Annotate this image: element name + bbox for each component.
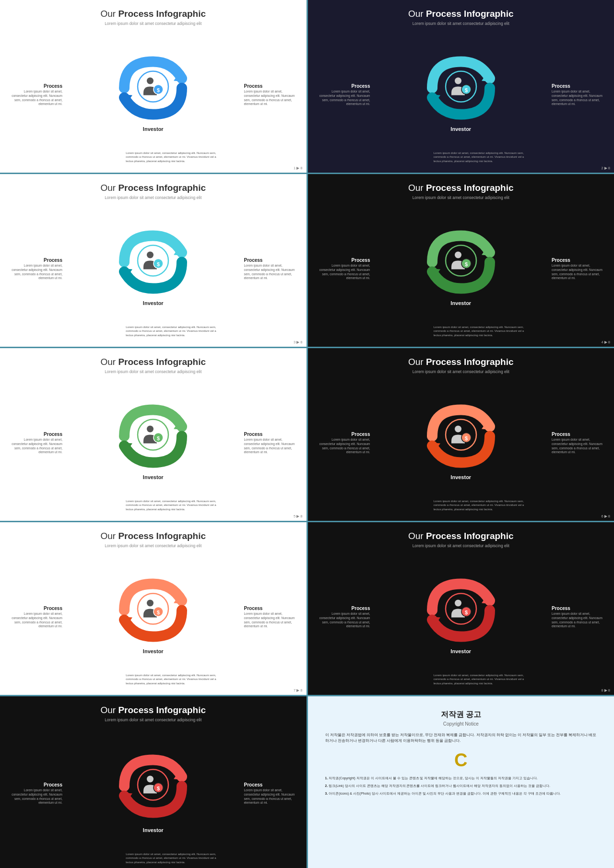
label-right-4: Process Lorem ipsum dolor sit amet, cons… — [552, 258, 604, 281]
investor-label-8: Investor — [450, 648, 471, 654]
slide-6: Our Process Infographic Lorem ipsum dolo… — [308, 348, 614, 521]
left-text-8: Lorem ipsum dolor sit amet, consectetur … — [318, 612, 370, 629]
bottom-desc-6: Lorem ipsum dolor sit amet, consectetur … — [434, 499, 525, 511]
investor-label-6: Investor — [450, 474, 471, 480]
right-text-7: Lorem ipsum dolor sit amet, consectetur … — [244, 612, 297, 629]
svg-point-9 — [455, 77, 461, 84]
slide-3: Our Process Infographic Lorem ipsum dolo… — [0, 174, 307, 347]
slide-subtitle-5: Lorem ipsum dolor sit amet consectetur a… — [105, 369, 201, 374]
svg-text:$: $ — [465, 609, 468, 615]
label-right-1: Process Lorem ipsum dolor sit amet, cons… — [244, 83, 297, 106]
label-left-7: Process Lorem ipsum dolor sit amet, cons… — [10, 606, 62, 629]
right-title-7: Process — [244, 606, 297, 611]
slide-title-8: Our Process Infographic — [408, 531, 514, 541]
right-text-1: Lorem ipsum dolor sit amet, consectetur … — [244, 90, 297, 106]
bottom-desc-7: Lorem ipsum dolor sit amet, consectetur … — [126, 673, 217, 685]
slide-title-5: Our Process Infographic — [100, 357, 206, 367]
label-left-9: Process Lorem ipsum dolor sit amet, cons… — [10, 782, 62, 805]
arrows-svg-8: $ — [406, 574, 516, 646]
arrows-svg-7: $ — [98, 574, 208, 646]
svg-point-44 — [446, 593, 476, 624]
infographic-4: Process Lorem ipsum dolor sit amet, cons… — [313, 203, 610, 342]
slide-title-4: Our Process Infographic — [408, 183, 514, 193]
title-our-9: Our — [100, 705, 118, 715]
investor-label-9: Investor — [143, 827, 164, 833]
label-right-8: Process Lorem ipsum dolor sit amet, cons… — [552, 606, 604, 629]
right-title-3: Process — [244, 258, 297, 263]
slide-title-6: Our Process Infographic — [408, 357, 514, 367]
bottom-desc-4: Lorem ipsum dolor sit amet, consectetur … — [434, 325, 525, 337]
right-text-5: Lorem ipsum dolor sit amet, consectetur … — [244, 438, 297, 455]
label-right-7: Process Lorem ipsum dolor sit amet, cons… — [244, 606, 297, 629]
infographic-5: Process Lorem ipsum dolor sit amet, cons… — [5, 377, 302, 516]
title-process-2: Process Infographic — [426, 9, 514, 19]
label-left-2: Process Lorem ipsum dolor sit amet, cons… — [318, 83, 370, 106]
svg-text:$: $ — [465, 435, 468, 441]
label-left-8: Process Lorem ipsum dolor sit amet, cons… — [318, 606, 370, 629]
svg-point-51 — [147, 776, 154, 783]
investor-label-3: Investor — [143, 300, 164, 306]
bottom-desc-2: Lorem ipsum dolor sit amet, consectetur … — [434, 151, 525, 163]
copyright-section1: 1. 저작권(Copyright) 저작권은 이 사이트에서 볼 수 있는 콘텐… — [325, 775, 597, 781]
label-right-9: Process Lorem ipsum dolor sit amet, cons… — [244, 782, 297, 805]
left-title-8: Process — [318, 606, 370, 611]
svg-point-45 — [455, 599, 461, 606]
left-title-3: Process — [10, 258, 62, 263]
arrows-svg-4: $ — [406, 226, 516, 298]
infographic-9: Process Lorem ipsum dolor sit amet, cons… — [5, 725, 302, 868]
label-left-5: Process Lorem ipsum dolor sit amet, cons… — [10, 432, 62, 455]
svg-text:$: $ — [157, 261, 160, 267]
svg-text:$: $ — [157, 786, 160, 791]
svg-point-39 — [147, 599, 154, 606]
title-process-8: Process Infographic — [426, 531, 514, 541]
label-left-3: Process Lorem ipsum dolor sit amet, cons… — [10, 258, 62, 281]
right-title-4: Process — [552, 258, 604, 263]
right-text-4: Lorem ipsum dolor sit amet, consectetur … — [552, 264, 604, 281]
infographic-3: Process Lorem ipsum dolor sit amet, cons… — [5, 203, 302, 342]
slide-num-5: 5 ▶ 8 — [294, 514, 303, 518]
copyright-logo: C — [454, 750, 467, 771]
slide-9: Our Process Infographic Lorem ipsum dolo… — [0, 696, 307, 868]
title-our-8: Our — [408, 531, 426, 541]
slide-2: Our Process Infographic Lorem ipsum dolo… — [308, 0, 614, 173]
slide-num-7: 7 ▶ 8 — [294, 688, 303, 692]
svg-text:$: $ — [465, 261, 468, 267]
left-text-7: Lorem ipsum dolor sit amet, consectetur … — [10, 612, 62, 629]
investor-label-7: Investor — [143, 648, 164, 654]
right-text-9: Lorem ipsum dolor sit amet, consectetur … — [244, 788, 297, 805]
slide-7: Our Process Infographic Lorem ipsum dolo… — [0, 522, 307, 695]
slide-5: Our Process Infographic Lorem ipsum dolo… — [0, 348, 307, 521]
slide-title-9: Our Process Infographic — [100, 705, 206, 716]
right-title-2: Process — [552, 83, 604, 89]
title-our-5: Our — [100, 357, 118, 367]
copyright-title: 저작권 공고 — [441, 710, 481, 720]
label-left-1: Process Lorem ipsum dolor sit amet, cons… — [10, 83, 62, 106]
slide-subtitle-6: Lorem ipsum dolor sit amet consectetur a… — [413, 369, 509, 374]
copyright-section3: 3. 아이콘(icons) & 사진(Photo) 당사 사이트에서 제공하는 … — [325, 791, 597, 797]
infographic-7: Process Lorem ipsum dolor sit amet, cons… — [5, 551, 302, 690]
bottom-desc-8: Lorem ipsum dolor sit amet, consectetur … — [434, 673, 525, 685]
right-title-5: Process — [244, 432, 297, 437]
label-right-5: Process Lorem ipsum dolor sit amet, cons… — [244, 432, 297, 455]
right-text-2: Lorem ipsum dolor sit amet, consectetur … — [552, 90, 604, 106]
investor-label-1: Investor — [143, 126, 164, 132]
bottom-desc-1: Lorem ipsum dolor sit amet, consectetur … — [126, 151, 217, 163]
right-title-6: Process — [552, 432, 604, 437]
bottom-desc-9: Lorem ipsum dolor sit amet, consectetur … — [126, 852, 217, 864]
slide-subtitle-8: Lorem ipsum dolor sit amet consectetur a… — [413, 543, 509, 548]
slide-title-1: Our Process Infographic — [100, 9, 206, 19]
infographic-6: Process Lorem ipsum dolor sit amet, cons… — [313, 377, 610, 516]
left-title-4: Process — [318, 258, 370, 263]
slide-subtitle-2: Lorem ipsum dolor sit amet consectetur a… — [413, 21, 509, 26]
investor-label-5: Investor — [143, 474, 164, 480]
svg-point-38 — [138, 593, 168, 624]
left-text-4: Lorem ipsum dolor sit amet, consectetur … — [318, 264, 370, 281]
slide-num-2: 2 ▶ 8 — [601, 166, 610, 170]
right-text-3: Lorem ipsum dolor sit amet, consectetur … — [244, 264, 297, 281]
slide-num-4: 4 ▶ 8 — [601, 340, 610, 344]
title-our-4: Our — [408, 183, 426, 193]
svg-point-8 — [446, 71, 476, 102]
svg-point-14 — [138, 245, 168, 276]
left-title-1: Process — [10, 83, 62, 89]
slide-num-3: 3 ▶ 8 — [294, 340, 303, 344]
